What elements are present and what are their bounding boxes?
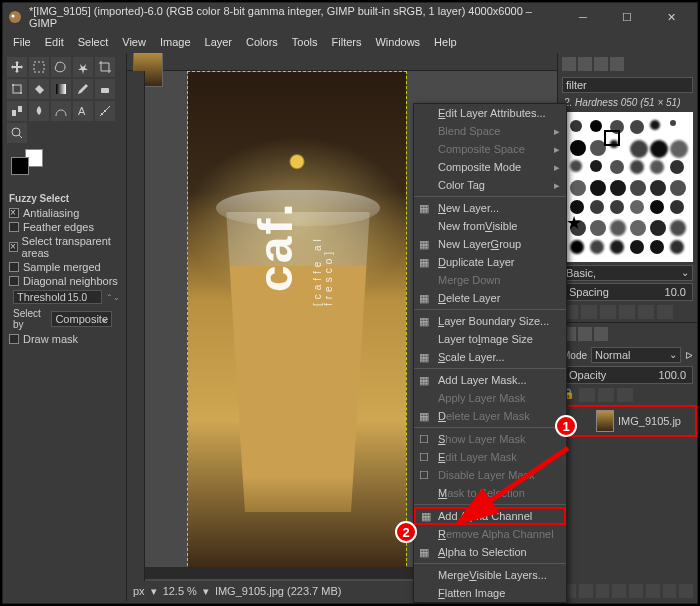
ctx-new-from-visible[interactable]: New from Visible (414, 217, 566, 235)
left-dock: A Fuzzy Select AntialiasingFeather edges… (3, 53, 127, 601)
ctx-merge-visible-layers[interactable]: Merge Visible Layers... (414, 566, 566, 584)
ctx-add-layer-mask[interactable]: ▦Add Layer Mask... (414, 371, 566, 389)
ctx-duplicate-layer[interactable]: ▦Duplicate Layer (414, 253, 566, 271)
menu-windows[interactable]: Windows (369, 34, 426, 50)
lock-alpha-icon[interactable] (617, 388, 633, 402)
tool-rect-select[interactable] (29, 57, 49, 77)
menu-tools[interactable]: Tools (286, 34, 324, 50)
ctx-flatten-image[interactable]: Flatten Image (414, 584, 566, 602)
opt-sample-merged[interactable]: Sample merged (9, 260, 120, 274)
tool-crop[interactable] (95, 57, 115, 77)
lock-pixels-icon[interactable] (579, 388, 595, 402)
spacing-slider[interactable]: Spacing10.0 (562, 283, 693, 301)
brush-del-icon[interactable] (619, 305, 635, 319)
link-icon[interactable] (582, 416, 592, 426)
brush-new-icon[interactable] (581, 305, 597, 319)
image-canvas[interactable]: caf. [caffe al fresco] (187, 71, 407, 571)
canvas-image-brand: caf. (248, 201, 303, 292)
status-zoom[interactable]: 12.5 % (163, 585, 197, 597)
ctx-apply-layer-mask: Apply Layer Mask (414, 389, 566, 407)
fg-color[interactable] (11, 157, 29, 175)
lock-position-icon[interactable] (598, 388, 614, 402)
tab-paths-icon[interactable] (594, 327, 608, 341)
svg-point-11 (12, 128, 20, 136)
color-swatches[interactable] (11, 149, 51, 179)
menu-edit[interactable]: Edit (39, 34, 70, 50)
tab-patterns-icon[interactable] (578, 57, 592, 71)
menu-file[interactable]: File (7, 34, 37, 50)
maximize-button[interactable]: ☐ (605, 4, 649, 30)
opt-feather-edges[interactable]: Feather edges (9, 220, 120, 234)
minimize-button[interactable]: ─ (561, 4, 605, 30)
merge-layer-icon[interactable] (646, 584, 660, 598)
tab-history-icon[interactable] (610, 57, 624, 71)
svg-rect-9 (18, 106, 22, 112)
lower-layer-icon[interactable] (612, 584, 626, 598)
dup-layer-icon[interactable] (629, 584, 643, 598)
tool-options-title: Fuzzy Select (9, 193, 120, 204)
tab-brushes-icon[interactable] (562, 57, 576, 71)
close-button[interactable]: ✕ (649, 4, 693, 30)
brush-dup-icon[interactable] (600, 305, 616, 319)
dock-tabs-layers (558, 323, 697, 345)
tool-text[interactable]: A (73, 101, 93, 121)
tool-fuzzy-select[interactable] (73, 57, 93, 77)
tool-transform[interactable] (7, 79, 27, 99)
brush-menu-icon[interactable] (657, 305, 673, 319)
opt-antialiasing[interactable]: Antialiasing (9, 206, 120, 220)
brush-filter-input[interactable]: filter (562, 77, 693, 93)
menu-view[interactable]: View (116, 34, 152, 50)
tool-free-select[interactable] (51, 57, 71, 77)
tool-eraser[interactable] (95, 79, 115, 99)
layer-name[interactable]: IMG_9105.jp (618, 415, 681, 427)
menu-help[interactable]: Help (428, 34, 463, 50)
ctx-edit-layer-attributes[interactable]: Edit Layer Attributes... (414, 104, 566, 122)
tool-zoom[interactable] (7, 123, 27, 143)
threshold-slider[interactable]: Threshold15.0 ⌃⌄ (9, 288, 120, 306)
ctx-color-tag[interactable]: Color Tag▸ (414, 176, 566, 194)
layer-thumbnail[interactable] (596, 410, 614, 432)
menu-colors[interactable]: Colors (240, 34, 284, 50)
lock-buttons: 🔒 (558, 385, 697, 405)
mask-layer-icon[interactable] (663, 584, 677, 598)
delete-layer-icon[interactable] (679, 584, 693, 598)
tool-measure[interactable] (95, 101, 115, 121)
status-file: IMG_9105.jpg (223.7 MB) (215, 585, 342, 597)
tool-move[interactable] (7, 57, 27, 77)
svg-rect-7 (101, 88, 109, 93)
ctx-layer-boundary-size[interactable]: ▦Layer Boundary Size... (414, 312, 566, 330)
tool-gradient[interactable] (51, 79, 71, 99)
brush-refresh-icon[interactable] (638, 305, 654, 319)
opt-diagonal-neighbors[interactable]: Diagonal neighbors (9, 274, 120, 288)
menu-layer[interactable]: Layer (199, 34, 239, 50)
tool-clone[interactable] (7, 101, 27, 121)
status-unit[interactable]: px (133, 585, 145, 597)
brush-preset-dropdown[interactable]: Basic, (562, 265, 693, 281)
menu-image[interactable]: Image (154, 34, 197, 50)
menu-filters[interactable]: Filters (326, 34, 368, 50)
opt-select-transparent-areas[interactable]: Select transparent areas (9, 234, 120, 260)
opacity-slider[interactable]: Opacity100.0 (562, 366, 693, 384)
toolbox: A (3, 53, 126, 189)
raise-layer-icon[interactable] (596, 584, 610, 598)
tab-channels-icon[interactable] (578, 327, 592, 341)
brush-grid[interactable]: ★ (562, 112, 693, 262)
tab-fonts-icon[interactable] (594, 57, 608, 71)
selectby-dropdown[interactable]: Composite (51, 311, 112, 327)
opt-drawmask[interactable]: Draw mask (9, 332, 120, 346)
ctx-layer-to-image-size[interactable]: Layer to Image Size (414, 330, 566, 348)
layer-row[interactable]: 👁 IMG_9105.jp (558, 405, 697, 437)
new-group-icon[interactable] (579, 584, 593, 598)
tool-smudge[interactable] (29, 101, 49, 121)
ctx-composite-mode[interactable]: Composite Mode▸ (414, 158, 566, 176)
tool-path[interactable] (51, 101, 71, 121)
ctx-new-layer[interactable]: ▦New Layer... (414, 199, 566, 217)
tool-pencil[interactable] (73, 79, 93, 99)
ctx-new-layer-group[interactable]: ▦New Layer Group (414, 235, 566, 253)
ctx-alpha-to-selection[interactable]: ▦Alpha to Selection (414, 543, 566, 561)
ctx-scale-layer[interactable]: ▦Scale Layer... (414, 348, 566, 366)
ctx-delete-layer[interactable]: ▦Delete Layer (414, 289, 566, 307)
mode-dropdown[interactable]: Normal (591, 347, 681, 363)
menu-select[interactable]: Select (72, 34, 115, 50)
tool-bucket[interactable] (29, 79, 49, 99)
